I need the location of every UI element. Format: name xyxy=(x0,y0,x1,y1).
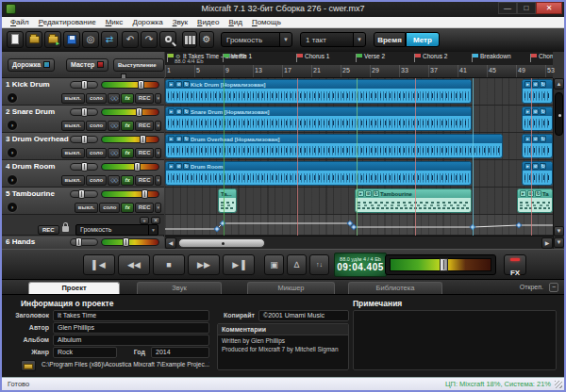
automation-button[interactable]: ◇◇ xyxy=(108,148,120,158)
master-track-button[interactable]: Мастер xyxy=(66,58,108,72)
solo-button[interactable]: соло xyxy=(99,203,120,213)
pan-slider[interactable] xyxy=(70,190,98,198)
volume-slider[interactable] xyxy=(101,163,159,171)
tab-library[interactable]: Библиотека xyxy=(348,282,442,294)
comments-box[interactable]: Комментарии Written by Glen Phillips Pro… xyxy=(217,323,349,370)
clip-play-icon[interactable]: ▸ xyxy=(168,108,175,115)
title-field[interactable]: It Takes Time xyxy=(53,310,209,321)
marker-flag-icon[interactable] xyxy=(415,54,421,57)
add-automation-button[interactable]: + xyxy=(140,217,149,224)
record-arm-button[interactable]: REC xyxy=(135,175,155,186)
fx-button[interactable]: fx xyxy=(121,175,133,186)
solo-button[interactable]: соло xyxy=(86,175,107,186)
audio-clip[interactable]: ▸⊘↻ xyxy=(522,79,553,104)
clip-play-icon[interactable]: ▸ xyxy=(168,136,175,142)
vertical-scrollbar[interactable]: ▲ ▼ ▼ xyxy=(553,78,564,249)
minimize-button[interactable]: — xyxy=(498,2,517,14)
undo-button[interactable]: ↶ xyxy=(122,31,139,48)
pan-slider[interactable] xyxy=(70,238,98,246)
pan-slider[interactable] xyxy=(70,163,98,171)
fx-button[interactable]: fx xyxy=(121,121,133,131)
scroll-right-icon[interactable]: ▶ xyxy=(541,237,553,249)
track-row[interactable]: 5 Tambourine ◗ выкл. соло fx REC ▾ xyxy=(2,188,164,215)
clip-play-icon[interactable]: ▸ xyxy=(358,190,364,197)
settings-button[interactable]: ⚙ xyxy=(199,31,214,48)
meter-mode-button[interactable]: Метр xyxy=(406,32,440,47)
automation-button[interactable]: ◇◇ xyxy=(108,93,120,104)
clip-loop-icon[interactable]: ↻ xyxy=(540,136,546,142)
clip-mute-icon[interactable]: ⊘ xyxy=(532,81,539,88)
audio-clip[interactable]: ▸⊘↻ xyxy=(522,134,553,158)
volume-slider[interactable] xyxy=(101,108,159,116)
go-to-start-button[interactable]: ▌◀ xyxy=(83,254,115,275)
pan-slider[interactable] xyxy=(70,136,98,143)
solo-button[interactable]: соло xyxy=(86,121,107,131)
track-menu-button[interactable]: ▾ xyxy=(155,148,161,158)
clip-play-icon[interactable]: ▸ xyxy=(524,163,531,170)
clip-play-icon[interactable]: ▸ xyxy=(524,108,531,115)
marker-row[interactable]: ⚙ It Takes Time - Glen Ph 88.0 4/4 Eb Ve… xyxy=(165,52,553,65)
clip-mute-icon[interactable]: ⊘ xyxy=(175,108,182,115)
audio-clip[interactable]: Ta... xyxy=(218,188,237,213)
time-mode-button[interactable]: Время xyxy=(374,32,406,47)
panel-minimize-button[interactable]: − xyxy=(549,283,558,292)
go-to-end-button[interactable]: ▶▐ xyxy=(223,254,255,275)
clip-loop-icon[interactable]: ↻ xyxy=(540,163,546,170)
undock-button[interactable]: Откреп. xyxy=(520,284,543,290)
project-folder-button[interactable] xyxy=(21,360,36,371)
record-arm-button[interactable]: REC xyxy=(135,148,155,158)
performance-button[interactable]: Выступление xyxy=(113,58,164,72)
marker-flag-icon[interactable] xyxy=(531,54,537,57)
marker-flag-icon[interactable] xyxy=(357,54,362,57)
record-arm-button[interactable]: REC xyxy=(135,121,155,131)
add-track-button[interactable]: Дорожка xyxy=(8,58,55,72)
track-row[interactable]: 2 Snare Drum ◗ выкл. соло ◇◇ fx REC ▾ xyxy=(2,106,164,133)
new-project-button[interactable] xyxy=(7,31,24,48)
close-button[interactable]: ✕ xyxy=(536,2,562,14)
clip-loop-icon[interactable]: ↻ xyxy=(535,190,541,197)
volume-slider[interactable] xyxy=(101,81,159,89)
import-audio-button[interactable]: ▸ xyxy=(44,31,61,48)
clip-play-icon[interactable]: ▸ xyxy=(524,136,531,142)
fx-button[interactable]: fx xyxy=(121,148,133,158)
clip-mute-icon[interactable]: ⊘ xyxy=(532,136,539,142)
burn-cd-button[interactable]: ◎ xyxy=(82,31,99,48)
audio-clip[interactable]: ▸⊘↻Tambourine xyxy=(355,188,472,213)
clip-loop-icon[interactable]: ↻ xyxy=(183,136,190,142)
menu-view[interactable]: Вид xyxy=(224,17,246,27)
mute-button[interactable]: выкл. xyxy=(61,93,85,104)
automation-rec-button[interactable]: REC xyxy=(38,225,59,235)
clip-loop-icon[interactable]: ↻ xyxy=(183,81,190,88)
volume-slider[interactable] xyxy=(101,238,159,246)
master-bus-button[interactable] xyxy=(182,31,197,48)
pan-slider[interactable] xyxy=(70,108,98,116)
copyright-field[interactable]: ©2001 Umami Music xyxy=(258,310,349,321)
automation-param-dropdown[interactable]: Громкость▼ xyxy=(75,224,158,236)
stop-button[interactable]: ■ xyxy=(153,254,185,275)
remove-automation-button[interactable]: ✕ xyxy=(151,217,160,224)
time-ruler[interactable]: 1 5 9 13 17 21 25 29 33 37 41 45 49 53 xyxy=(165,65,553,78)
scroll-left-icon[interactable]: ◀ xyxy=(165,237,176,249)
envelope-node[interactable] xyxy=(516,222,522,228)
clip-loop-icon[interactable]: ↻ xyxy=(183,108,190,115)
clip-mute-icon[interactable]: ⊘ xyxy=(175,163,182,170)
scroll-down-icon[interactable]: ▼ xyxy=(554,226,564,237)
automation-button[interactable]: ◇◇ xyxy=(108,175,120,186)
redo-button[interactable]: ↷ xyxy=(141,31,158,48)
mute-button[interactable]: выкл. xyxy=(61,121,85,131)
io-levels-button[interactable]: ↑↓ xyxy=(309,254,329,275)
master-fx-button[interactable]: FX xyxy=(504,254,526,275)
year-field[interactable]: 2014 xyxy=(151,347,209,358)
solo-button[interactable]: соло xyxy=(86,93,107,104)
master-volume-handle[interactable] xyxy=(440,258,448,271)
track-row[interactable]: 1 Kick Drum ◗ выкл. соло ◇◇ fx REC ▾ xyxy=(2,78,164,106)
loop-mode-button[interactable]: ▣ xyxy=(264,254,284,275)
volume-slider[interactable] xyxy=(101,136,159,143)
clip-mute-icon[interactable]: ⊘ xyxy=(532,108,539,115)
marker-flag-icon[interactable] xyxy=(224,54,229,57)
audio-clip[interactable]: ▸⊘↻Kick Drum [Нормализован] xyxy=(165,79,472,104)
audio-clip[interactable]: ▸⊘↻Drum Overhead [Нормализован] xyxy=(165,134,503,158)
clip-play-icon[interactable]: ▸ xyxy=(524,81,531,88)
track-menu-button[interactable]: ▾ xyxy=(155,175,161,186)
automation-param-dropdown[interactable]: Громкость ▼ xyxy=(221,32,292,47)
